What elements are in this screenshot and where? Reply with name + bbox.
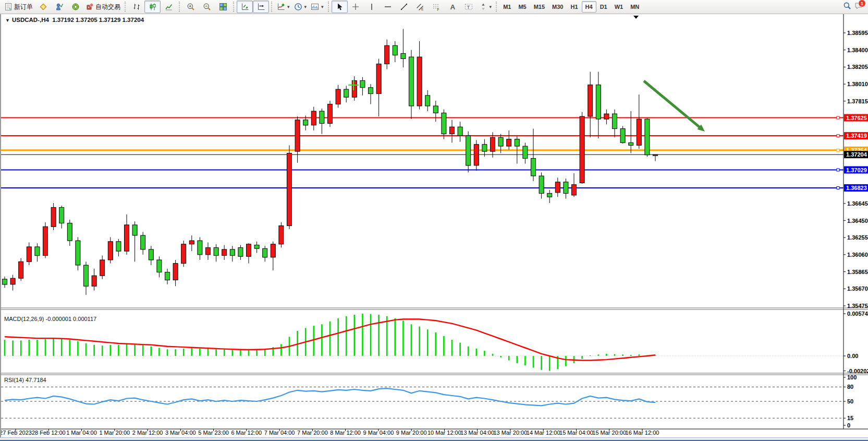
- horizontal-line-1.37419[interactable]: [1, 135, 843, 137]
- panel-divider[interactable]: [1, 373, 868, 375]
- cursor-icon: [335, 3, 344, 11]
- toolbar-separator: [496, 2, 497, 12]
- candle: [206, 243, 211, 260]
- toolbar-button-crosshair[interactable]: [348, 1, 364, 13]
- toolbar-separator: [179, 2, 180, 12]
- price-axis[interactable]: 1.385951.384001.382051.380101.378151.366…: [1, 14, 868, 429]
- timeframe-m15[interactable]: M15: [530, 1, 548, 13]
- candle: [279, 222, 284, 248]
- toolbar-button-cursor[interactable]: [332, 1, 348, 13]
- panel-divider[interactable]: [1, 308, 868, 309]
- svg-text:1 Mar 04:00: 1 Mar 04:00: [66, 430, 97, 436]
- symbol-dropdown-icon[interactable]: ▼: [5, 18, 10, 23]
- toolbar-button-tile-windows[interactable]: [215, 1, 231, 13]
- svg-text:0.00: 0.00: [847, 353, 858, 359]
- candle: [474, 140, 479, 171]
- channel-icon: E: [416, 3, 424, 11]
- svg-text:16 Mar 12:00: 16 Mar 12:00: [626, 430, 659, 436]
- horizontal-line-1.37254[interactable]: [1, 149, 843, 151]
- timeframe-m5[interactable]: M5: [515, 1, 530, 13]
- toolbar-button-auto-trading[interactable]: 自动交易: [83, 1, 123, 13]
- toolbar-button-channel[interactable]: E: [412, 1, 429, 13]
- toolbar-button-text-label[interactable]: T: [461, 1, 477, 13]
- toolbar-separator: [125, 2, 126, 12]
- toolbar-button-horizontal-line[interactable]: [380, 1, 396, 13]
- svg-text:1.35670: 1.35670: [847, 285, 868, 292]
- svg-text:1.37204: 1.37204: [846, 151, 867, 158]
- timeframe-w1[interactable]: W1: [611, 1, 627, 13]
- toolbar-button-periods[interactable]: ▾: [292, 1, 309, 13]
- chart-symbol-label[interactable]: ▼USDCAD-,H4 1.37192 1.37205 1.37129 1.37…: [5, 17, 144, 23]
- toolbar-button-indicators[interactable]: ▾: [275, 1, 292, 13]
- trendline-icon: [400, 3, 408, 11]
- toolbar-button-bar-chart[interactable]: [128, 1, 144, 13]
- time-axis[interactable]: 27 Feb 202328 Feb 12:001 Mar 04:001 Mar …: [1, 429, 659, 436]
- svg-text:1.36255: 1.36255: [847, 234, 868, 241]
- candle: [613, 110, 617, 138]
- svg-text:2 Mar 12:00: 2 Mar 12:00: [132, 430, 163, 436]
- toolbar-button-trendline[interactable]: [396, 1, 412, 13]
- trend-arrow-annotation[interactable]: [644, 81, 705, 132]
- search-icon[interactable]: [843, 2, 851, 12]
- toolbar-button-line-chart[interactable]: [161, 1, 177, 13]
- text-label-icon: T: [464, 3, 473, 11]
- toolbar-button-zoom-in[interactable]: [182, 1, 199, 13]
- rsi-value: 47.7184: [26, 377, 46, 383]
- toolbar-button-vertical-line[interactable]: [364, 1, 380, 13]
- chart-shift-marker[interactable]: [633, 16, 639, 19]
- candle: [328, 101, 333, 127]
- horizontal-line-1.37625[interactable]: [1, 116, 843, 119]
- price-label-1.37419: 1.37419: [844, 132, 868, 139]
- svg-text:1.38400: 1.38400: [847, 47, 868, 53]
- toolbar-button-arrows[interactable]: ▾: [477, 1, 494, 13]
- candle: [507, 130, 511, 150]
- svg-text:1.37029: 1.37029: [846, 167, 867, 173]
- toolbar-button-market-watch[interactable]: [51, 1, 67, 13]
- chart-canvas[interactable]: 1.385951.384001.382051.380101.378151.366…: [1, 14, 868, 437]
- toolbar-button-fibonacci[interactable]: F: [429, 1, 445, 13]
- candle: [230, 246, 235, 261]
- toolbar-button-auto-scroll[interactable]: [237, 1, 253, 13]
- price-label-1.37029: 1.37029: [844, 166, 868, 174]
- timeframe-h1[interactable]: H1: [567, 1, 582, 13]
- notification-badge: 1: [858, 0, 866, 7]
- toolbar-button-chart-shift[interactable]: [253, 1, 269, 13]
- text-icon: A: [448, 3, 457, 11]
- horizontal-line-1.37029[interactable]: [1, 169, 843, 171]
- chevron-down-icon[interactable]: ▾: [304, 4, 307, 9]
- toolbar-button-text[interactable]: A: [445, 1, 461, 13]
- candle: [263, 246, 267, 261]
- timeframe-d1[interactable]: D1: [596, 1, 611, 13]
- horizontal-line-1.36823[interactable]: [1, 187, 843, 189]
- toolbar-button-new-order[interactable]: 新订单: [2, 1, 35, 13]
- timeframe-h4[interactable]: H4: [582, 1, 596, 13]
- chevron-down-icon[interactable]: ▾: [490, 4, 492, 9]
- toolbar-button-zoom-out[interactable]: [199, 1, 215, 13]
- chevron-down-icon[interactable]: ▾: [287, 4, 290, 9]
- svg-text:5 Mar 23:00: 5 Mar 23:00: [198, 430, 229, 436]
- toolbar-button-quotes[interactable]: [35, 1, 51, 13]
- svg-text:0: 0: [847, 422, 850, 428]
- toolbar-button-templates[interactable]: ▾: [309, 1, 326, 13]
- toolbar-button-navigator[interactable]: [67, 1, 83, 13]
- toolbar-button-candle-chart[interactable]: [144, 1, 161, 13]
- candle: [51, 203, 56, 230]
- timeframe-m30[interactable]: M30: [548, 1, 567, 13]
- notifications-icon[interactable]: 1: [854, 2, 863, 12]
- candle: [604, 110, 609, 125]
- toolbar-separator: [271, 2, 273, 12]
- candle: [547, 190, 552, 203]
- candle: [43, 222, 48, 258]
- rsi-indicator-label: RSI(14) 47.7184: [4, 377, 46, 383]
- candle: [637, 94, 641, 149]
- candle: [10, 275, 15, 291]
- macd-values: -0.000001 0.000117: [45, 316, 96, 322]
- candle: [539, 172, 544, 198]
- cross-marker-annotation[interactable]: [348, 80, 359, 90]
- timeframe-m1[interactable]: M1: [499, 1, 515, 13]
- chevron-down-icon[interactable]: ▾: [321, 4, 324, 9]
- candle: [295, 116, 300, 163]
- svg-text:80: 80: [847, 384, 853, 390]
- quotes-icon: [39, 3, 47, 11]
- timeframe-mn[interactable]: MN: [627, 1, 643, 13]
